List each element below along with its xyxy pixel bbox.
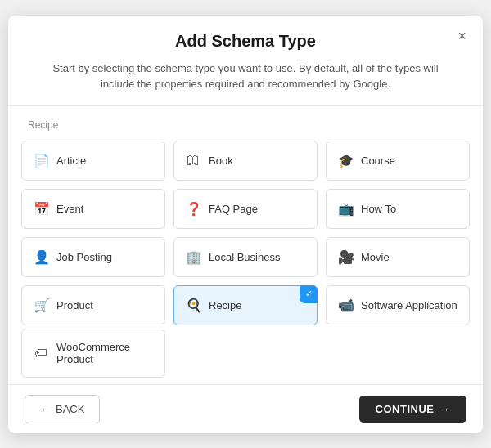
event-label: Event	[56, 203, 83, 215]
recipe-label: Recipe	[209, 299, 241, 311]
continue-arrow-icon: →	[439, 403, 451, 415]
schema-item-product[interactable]: 🛒Product	[21, 285, 165, 325]
continue-button[interactable]: CONTINUE →	[359, 396, 466, 423]
schema-item-how-to[interactable]: 📺How To	[326, 189, 470, 229]
schema-item-job-posting[interactable]: 👤Job Posting	[21, 237, 165, 277]
woocommerce-product-label: WooCommerce Product	[56, 341, 153, 365]
schema-grid-container: 📄Article🕮Book🎓Course📅Event❓FAQ Page📺How …	[8, 137, 483, 384]
local-business-label: Local Business	[209, 251, 280, 263]
schema-item-movie[interactable]: 🎥Movie	[326, 237, 470, 277]
job-posting-icon: 👤	[34, 249, 48, 265]
schema-item-event[interactable]: 📅Event	[21, 189, 165, 229]
schema-item-faq-page[interactable]: ❓FAQ Page	[173, 189, 318, 229]
schema-grid: 📄Article🕮Book🎓Course📅Event❓FAQ Page📺How …	[21, 137, 470, 329]
modal-header: × Add Schema Type Start by selecting the…	[8, 16, 483, 105]
modal-footer: ← BACK CONTINUE →	[8, 384, 483, 433]
header-divider	[8, 105, 483, 106]
book-label: Book	[209, 155, 233, 167]
book-icon: 🕮	[186, 153, 200, 168]
back-label: BACK	[56, 403, 84, 415]
modal-description: Start by selecting the schema type you w…	[28, 60, 463, 105]
how-to-label: How To	[361, 203, 396, 215]
schema-item-article[interactable]: 📄Article	[21, 141, 165, 181]
schema-item-course[interactable]: 🎓Course	[326, 141, 470, 181]
schema-item-software-application[interactable]: 📹Software Application	[326, 285, 470, 325]
schema-item-book[interactable]: 🕮Book	[173, 141, 318, 181]
woocommerce-product-icon: 🏷	[34, 346, 48, 361]
schema-item-woocommerce-product[interactable]: 🏷WooCommerce Product	[21, 329, 165, 378]
recipe-icon: 🍳	[186, 298, 200, 313]
software-application-icon: 📹	[338, 298, 353, 313]
section-label: Recipe	[8, 113, 483, 137]
schema-item-recipe[interactable]: ✓🍳Recipe	[173, 285, 318, 325]
movie-icon: 🎥	[338, 249, 353, 265]
product-label: Product	[56, 299, 93, 311]
software-application-label: Software Application	[361, 299, 457, 311]
article-icon: 📄	[34, 153, 48, 168]
selected-check-icon: ✓	[300, 285, 318, 303]
local-business-icon: 🏢	[186, 249, 200, 265]
add-schema-modal: × Add Schema Type Start by selecting the…	[8, 16, 483, 433]
back-button[interactable]: ← BACK	[25, 395, 100, 423]
close-button[interactable]: ×	[454, 25, 470, 47]
schema-item-local-business[interactable]: 🏢Local Business	[173, 237, 318, 277]
course-label: Course	[361, 155, 395, 167]
modal-title: Add Schema Type	[28, 32, 463, 51]
woocommerce-row: 🏷WooCommerce Product	[21, 329, 470, 378]
continue-label: CONTINUE	[376, 403, 435, 415]
job-posting-label: Job Posting	[56, 251, 112, 263]
movie-label: Movie	[361, 251, 390, 263]
event-icon: 📅	[34, 201, 48, 217]
how-to-icon: 📺	[338, 201, 353, 217]
faq-page-label: FAQ Page	[209, 203, 258, 215]
article-label: Article	[56, 155, 86, 167]
faq-page-icon: ❓	[186, 201, 200, 217]
product-icon: 🛒	[34, 298, 48, 313]
back-arrow-icon: ←	[40, 403, 51, 415]
course-icon: 🎓	[338, 153, 353, 168]
